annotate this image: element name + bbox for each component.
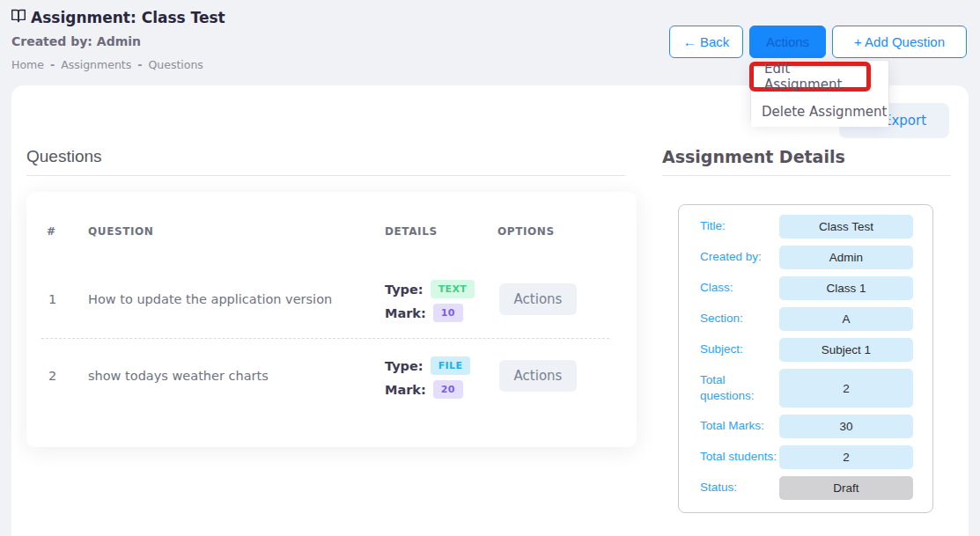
assignment-details-card: Title: Class Test Created by: Admin Clas… [678,204,933,513]
detail-label: Total questions: [700,372,779,404]
column-header-details: DETAILS [385,225,438,238]
detail-value: Class Test [779,215,913,239]
mark-label: Mark: [385,383,426,397]
detail-label: Total Marks: [700,418,779,434]
questions-heading: Questions [26,147,102,166]
type-badge: FILE [431,356,471,375]
question-row-number: 1 [48,292,56,306]
detail-label: Class: [700,280,779,296]
detail-row-class: Class: Class 1 [700,276,913,300]
detail-label: Status: [700,480,779,496]
detail-row-title: Title: Class Test [700,215,913,239]
type-label: Type: [385,283,424,297]
breadcrumb-assignments[interactable]: Assignments [61,58,131,71]
created-by-text: Created by: Admin [11,34,141,48]
column-header-question: QUESTION [88,225,153,238]
page-title: Assignment: Class Test [11,9,225,26]
detail-row-total-marks: Total Marks: 30 [700,415,913,438]
questions-divider [26,175,625,176]
assignment-page: Assignment: Class Test Created by: Admin… [0,0,980,536]
question-row-details: Type: TEXT Mark: 10 [385,280,475,322]
actions-dropdown-menu: Edit Assignment Delete Assignment [750,60,889,122]
breadcrumb: Home - Assignments - Questions [11,58,203,71]
row-actions-button[interactable]: Actions [499,360,577,392]
question-row-number: 2 [48,369,56,383]
breadcrumb-questions: Questions [148,58,203,71]
actions-button[interactable]: Actions [749,26,826,58]
detail-value: 2 [779,445,913,469]
detail-value: 30 [779,415,913,438]
menu-item-delete-assignment[interactable]: Delete Assignment [751,96,888,127]
page-title-text: Assignment: Class Test [31,9,225,26]
detail-value: Admin [779,246,913,269]
mark-label: Mark: [385,306,426,320]
detail-label: Created by: [700,249,779,265]
detail-row-created-by: Created by: Admin [700,246,913,269]
open-book-icon [11,9,26,26]
detail-value: Subject 1 [779,338,913,362]
breadcrumb-home[interactable]: Home [11,58,44,71]
add-question-button[interactable]: + Add Question [832,26,967,58]
detail-value: 2 [779,369,913,408]
question-row-details: Type: FILE Mark: 20 [385,356,470,399]
breadcrumb-separator: - [137,58,142,71]
question-row-text: show todays weather charts [88,369,269,383]
mark-badge: 10 [433,304,463,322]
assignment-details-heading: Assignment Details [662,147,845,166]
detail-row-total-questions: Total questions: 2 [700,369,913,408]
detail-row-subject: Subject: Subject 1 [700,338,913,362]
type-badge: TEXT [431,280,475,298]
detail-value: A [779,307,913,331]
column-header-options: OPTIONS [497,225,555,238]
export-label: Export [883,113,926,128]
detail-label: Total students: [700,449,779,465]
status-badge: Draft [779,476,913,500]
row-actions-button[interactable]: Actions [499,283,577,315]
detail-label: Subject: [700,341,779,357]
breadcrumb-separator: - [50,58,55,71]
row-divider [41,338,609,339]
type-label: Type: [385,359,424,373]
detail-row-status: Status: Draft [700,476,913,500]
detail-label: Section: [700,311,779,327]
mark-badge: 20 [433,380,463,399]
detail-value: Class 1 [779,276,913,300]
detail-label: Title: [700,218,779,234]
edit-assignment-highlight: Edit Assignment [749,62,871,92]
menu-item-edit-assignment[interactable]: Edit Assignment [754,66,866,87]
details-divider [662,175,951,176]
detail-row-total-students: Total students: 2 [700,445,913,469]
back-button[interactable]: ← Back [669,26,743,58]
column-header-number: # [47,225,56,238]
detail-row-section: Section: A [700,307,913,331]
question-row-text: How to update the application version [88,292,332,306]
